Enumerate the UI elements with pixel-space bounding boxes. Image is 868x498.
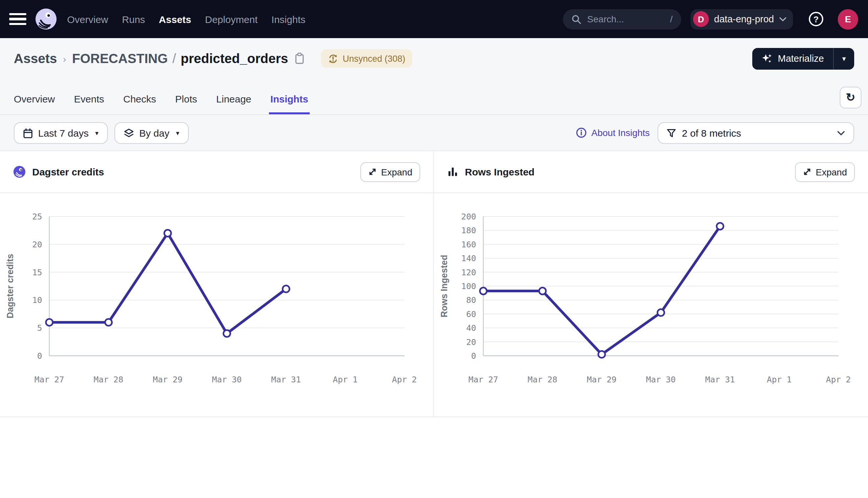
deployment-switcher[interactable]: D data-eng-prod	[690, 9, 793, 29]
expand-button[interactable]: Expand	[795, 162, 855, 182]
chevron-down-icon	[837, 130, 845, 136]
status-badge-label: Unsynced (308)	[343, 54, 405, 63]
deployment-name: data-eng-prod	[714, 14, 774, 24]
about-insights-link[interactable]: About Insights	[576, 128, 650, 138]
top-nav: Overview Runs Assets Deployment Insights…	[0, 0, 868, 38]
svg-text:20: 20	[32, 240, 42, 249]
breadcrumb-group[interactable]: FORECASTING	[72, 51, 168, 66]
time-range-dropdown[interactable]: Last 7 days ▾	[14, 122, 108, 144]
nav-item-deployment[interactable]: Deployment	[205, 13, 258, 25]
dagster-logo-icon[interactable]	[35, 8, 57, 30]
expand-label: Expand	[381, 167, 412, 177]
grouping-label: By day	[139, 128, 170, 139]
tab-overview[interactable]: Overview	[14, 93, 55, 114]
svg-text:Mar 27: Mar 27	[35, 375, 64, 384]
grouping-dropdown[interactable]: By day ▾	[114, 122, 189, 144]
hamburger-menu-icon[interactable]	[9, 13, 26, 25]
user-avatar[interactable]: E	[838, 9, 858, 29]
layers-icon	[124, 128, 134, 138]
svg-text:10: 10	[32, 295, 42, 305]
svg-text:40: 40	[466, 323, 476, 333]
search-placeholder: Search...	[587, 14, 670, 24]
materialize-label: Materialize	[778, 53, 824, 64]
breadcrumb-separator: ›	[63, 53, 66, 64]
deployment-initial-badge: D	[693, 11, 709, 27]
refresh-button[interactable]: ↻	[840, 87, 861, 108]
svg-text:20: 20	[466, 337, 476, 347]
svg-text:80: 80	[466, 295, 476, 305]
breadcrumb-row: Assets › FORECASTING / predicted_orders	[0, 38, 868, 79]
svg-text:Mar 30: Mar 30	[646, 375, 676, 384]
tab-events[interactable]: Events	[74, 93, 104, 114]
sync-alert-icon	[328, 54, 338, 63]
svg-text:Mar 31: Mar 31	[705, 375, 735, 384]
breadcrumb: Assets › FORECASTING / predicted_orders	[14, 51, 288, 66]
info-icon	[576, 128, 587, 138]
materialize-button[interactable]: Materialize	[752, 48, 833, 69]
svg-text:100: 100	[461, 281, 476, 291]
tab-insights[interactable]: Insights	[270, 93, 308, 114]
svg-text:0: 0	[471, 351, 476, 361]
svg-text:Mar 27: Mar 27	[469, 375, 498, 384]
svg-text:Mar 30: Mar 30	[212, 375, 242, 384]
chart-card-dagster-credits: Dagster credits Expand 0510152025Mar 27M…	[0, 151, 434, 417]
svg-text:Mar 28: Mar 28	[94, 375, 123, 384]
asset-name: predicted_orders	[180, 51, 288, 66]
svg-text:0: 0	[37, 351, 42, 361]
svg-text:5: 5	[37, 323, 42, 333]
chart-card-header: Rows Ingested Expand	[434, 151, 868, 193]
filter-bar: Last 7 days ▾ By day ▾ About Insights	[0, 115, 868, 151]
time-range-label: Last 7 days	[38, 128, 88, 139]
tab-checks[interactable]: Checks	[123, 93, 156, 114]
svg-text:25: 25	[32, 212, 42, 221]
metrics-filter-dropdown[interactable]: 2 of 8 metrics	[658, 122, 854, 144]
breadcrumb-divider: /	[172, 51, 176, 66]
tab-lineage[interactable]: Lineage	[216, 93, 252, 114]
tab-bar: Overview Events Checks Plots Lineage Ins…	[0, 79, 868, 115]
svg-text:Mar 29: Mar 29	[153, 375, 182, 384]
svg-text:60: 60	[466, 310, 476, 319]
chart-title: Rows Ingested	[465, 166, 535, 178]
chart-title: Dagster credits	[32, 166, 104, 178]
svg-text:15: 15	[32, 268, 42, 277]
nav-item-overview[interactable]: Overview	[67, 13, 108, 25]
nav-menu: Overview Runs Assets Deployment Insights	[67, 13, 305, 25]
svg-text:Dagster credits: Dagster credits	[5, 254, 15, 319]
metrics-filter-label: 2 of 8 metrics	[682, 128, 741, 139]
copy-asset-name-icon[interactable]	[295, 53, 305, 64]
dagster-credits-icon	[13, 166, 26, 178]
search-input[interactable]: Search... /	[563, 9, 681, 29]
nav-item-assets[interactable]: Assets	[159, 13, 191, 25]
materialize-dropdown-button[interactable]: ▾	[834, 48, 854, 69]
calendar-icon	[23, 128, 33, 138]
about-insights-label: About Insights	[591, 128, 650, 138]
svg-text:Mar 28: Mar 28	[528, 375, 557, 384]
svg-text:Apr 2: Apr 2	[826, 375, 851, 384]
tab-plots[interactable]: Plots	[175, 93, 197, 114]
page-header: Assets › FORECASTING / predicted_orders	[0, 38, 868, 151]
chart-card-header: Dagster credits Expand	[0, 151, 433, 193]
empty-content-area	[0, 417, 868, 498]
expand-icon	[368, 168, 376, 176]
insights-charts-section: Dagster credits Expand 0510152025Mar 27M…	[0, 151, 868, 417]
svg-text:140: 140	[461, 253, 476, 263]
svg-text:Apr 1: Apr 1	[767, 375, 791, 384]
help-icon[interactable]: ?	[809, 12, 823, 26]
rows-ingested-chart: 020406080100120140160180200Mar 27Mar 28M…	[434, 193, 868, 417]
svg-text:120: 120	[461, 268, 476, 277]
caret-down-icon: ▾	[176, 129, 179, 137]
sparkles-icon	[762, 53, 773, 64]
caret-down-icon: ▾	[95, 129, 98, 137]
chevron-down-icon	[779, 17, 787, 21]
filter-funnel-icon	[667, 129, 676, 137]
refresh-icon: ↻	[846, 91, 855, 104]
expand-button[interactable]: Expand	[360, 162, 420, 182]
status-badge-unsynced[interactable]: Unsynced (308)	[321, 49, 413, 68]
search-icon	[572, 14, 581, 24]
app-root: Overview Runs Assets Deployment Insights…	[0, 0, 868, 498]
nav-item-insights[interactable]: Insights	[271, 13, 305, 25]
expand-icon	[803, 168, 811, 176]
nav-item-runs[interactable]: Runs	[122, 13, 145, 25]
chart-card-rows-ingested: Rows Ingested Expand 0204060801001201401…	[434, 151, 868, 417]
breadcrumb-assets-link[interactable]: Assets	[14, 51, 57, 66]
